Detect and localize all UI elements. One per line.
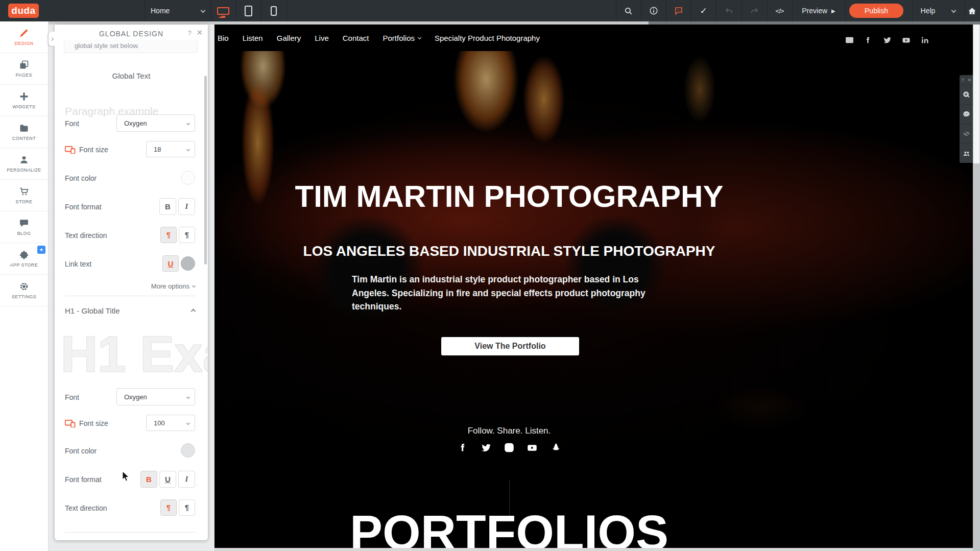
mobile-view-button[interactable] [261, 0, 286, 21]
personalization-tool-button[interactable] [960, 143, 973, 163]
h1-bold-button[interactable]: B [140, 471, 157, 488]
hide-elements-tool-button[interactable] [960, 124, 973, 143]
undo-button[interactable] [716, 0, 742, 21]
toolbar-help-button[interactable]: ? [962, 78, 964, 83]
site-nav-listen[interactable]: Listen [243, 34, 263, 42]
site-nav-live[interactable]: Live [315, 34, 329, 42]
site-nav-specialty[interactable]: Specialty Product Photography [435, 34, 540, 42]
more-options-link[interactable]: More options [151, 282, 195, 290]
site-preview-canvas[interactable]: Bio Listen Gallery Live Contact Portfoli… [214, 25, 973, 548]
site-nav-bio[interactable]: Bio [218, 34, 229, 42]
link-text-row: Link text U [55, 255, 208, 272]
rtl-button[interactable]: ¶ [179, 227, 195, 243]
site-nav-portfolios[interactable]: Portfolios [383, 34, 421, 42]
link-color-swatch[interactable] [181, 256, 195, 271]
panel-collapse-tab[interactable] [49, 32, 55, 46]
dashboard-home-button[interactable] [964, 0, 980, 21]
vertical-scrollbar-thumb[interactable] [973, 25, 979, 163]
bold-button[interactable]: B [159, 198, 176, 215]
tablet-view-button[interactable] [235, 0, 261, 21]
preview-tools-toolbar: ? ✕ [960, 75, 973, 163]
sidebar-item-personalize[interactable]: PERSONALIZE [0, 148, 48, 180]
twitter-icon[interactable] [883, 36, 892, 44]
youtube-icon[interactable] [902, 36, 911, 44]
duda-logo[interactable]: duda [8, 4, 39, 18]
sidebar-item-settings[interactable]: SETTINGS [0, 275, 48, 306]
font-size-select[interactable]: 18 [146, 141, 195, 157]
feedback-button[interactable] [666, 0, 691, 21]
sidebar-item-design[interactable]: DESIGN [0, 21, 48, 53]
redo-icon [750, 7, 759, 15]
link-text-label: Link text [65, 260, 91, 268]
toolbar-close-button[interactable]: ✕ [968, 78, 972, 83]
h1-underline-button[interactable]: U [159, 471, 176, 488]
play-icon: ▶ [831, 8, 835, 14]
email-icon[interactable] [845, 36, 854, 44]
sidebar-item-widgets[interactable]: WIDGETS [0, 85, 48, 116]
canvas-bottom-scrollbar[interactable] [214, 548, 973, 551]
help-menu[interactable]: Help [917, 0, 939, 21]
link-underline-button[interactable]: U [162, 255, 179, 272]
sidebar-item-content[interactable]: CONTENT [0, 116, 48, 148]
save-check-button[interactable]: ✓ [691, 0, 716, 21]
sidebar-item-app-store[interactable]: APP STORE ★ [0, 243, 48, 275]
comments-tool-button[interactable] [960, 105, 973, 124]
h1-ltr-button[interactable]: ¶ [160, 499, 177, 516]
hero-description[interactable]: Tim Martin is an industrial style produc… [352, 273, 648, 314]
youtube-icon[interactable] [527, 442, 538, 453]
italic-button[interactable]: I [178, 198, 195, 215]
hero-subtitle[interactable]: LOS ANGELES BASED INDUSTRIAL STYLE PHOTO… [279, 243, 739, 259]
h1-italic-button[interactable]: I [178, 471, 195, 488]
publish-button[interactable]: Publish [849, 4, 903, 18]
h1-font-size-select[interactable]: 100 [146, 415, 195, 431]
font-select[interactable]: Oxygen [116, 114, 195, 132]
desktop-view-button[interactable] [211, 0, 235, 21]
font-size-label: Font size [79, 146, 108, 154]
panel-scrollbar-thumb[interactable] [204, 76, 207, 265]
ltr-button[interactable]: ¶ [160, 227, 177, 243]
font-row: Font Oxygen [55, 114, 208, 133]
sidebar-item-store[interactable]: STORE [0, 180, 48, 211]
facebook-icon[interactable] [864, 36, 873, 44]
facebook-icon[interactable] [458, 442, 469, 453]
desktop-icon [217, 7, 229, 15]
font-format-row: Font format B I [55, 198, 208, 215]
site-nav-portfolios-label: Portfolios [383, 34, 415, 42]
vertical-scrollbar[interactable] [973, 25, 980, 551]
h1-font-color-swatch[interactable] [181, 443, 195, 458]
check-icon: ✓ [700, 6, 707, 16]
tablet-icon [245, 6, 252, 16]
twitter-icon[interactable] [481, 442, 492, 453]
instagram-icon[interactable] [504, 442, 515, 453]
hero-title[interactable]: TIM MARTIN PHOTOGRAPHY [254, 179, 764, 214]
collapse-section-button[interactable] [191, 309, 196, 314]
panel-help-button[interactable]: ? [188, 29, 192, 37]
info-button[interactable] [641, 0, 666, 21]
site-nav-contact[interactable]: Contact [343, 34, 369, 42]
global-design-panel: GLOBAL DESIGN ? ✕ global style set below… [55, 25, 208, 540]
dev-mode-button[interactable]: </> [767, 0, 792, 21]
text-direction-label: Text direction [65, 231, 107, 239]
search-button[interactable] [616, 0, 641, 21]
sidebar-item-pages[interactable]: PAGES [0, 53, 48, 85]
font-color-swatch[interactable] [181, 171, 195, 185]
sidebar-item-label: SETTINGS [12, 294, 36, 299]
view-portfolio-button[interactable]: View The Portfolio [441, 337, 579, 355]
zoom-tool-button[interactable] [960, 85, 973, 105]
cart-icon [19, 186, 29, 197]
panel-close-button[interactable]: ✕ [196, 29, 203, 37]
preview-button[interactable]: Preview ▶ [792, 0, 845, 21]
linkedin-icon[interactable] [921, 36, 929, 44]
redo-button[interactable] [742, 0, 767, 21]
sidebar-item-blog[interactable]: BLOG [0, 211, 48, 243]
snapchat-icon[interactable] [550, 442, 561, 453]
follow-share-listen-text: Follow. Share. Listen. [468, 426, 551, 436]
page-selector[interactable]: Home [151, 0, 170, 21]
portfolios-heading[interactable]: PORTFOLIOS [350, 505, 668, 548]
chevron-down-icon [186, 121, 190, 125]
h1-font-select[interactable]: Oxygen [116, 388, 195, 405]
sidebar-item-label: STORE [16, 199, 33, 204]
sidebar-item-label: DESIGN [15, 41, 34, 46]
h1-rtl-button[interactable]: ¶ [179, 499, 195, 516]
site-nav-gallery[interactable]: Gallery [277, 34, 301, 42]
